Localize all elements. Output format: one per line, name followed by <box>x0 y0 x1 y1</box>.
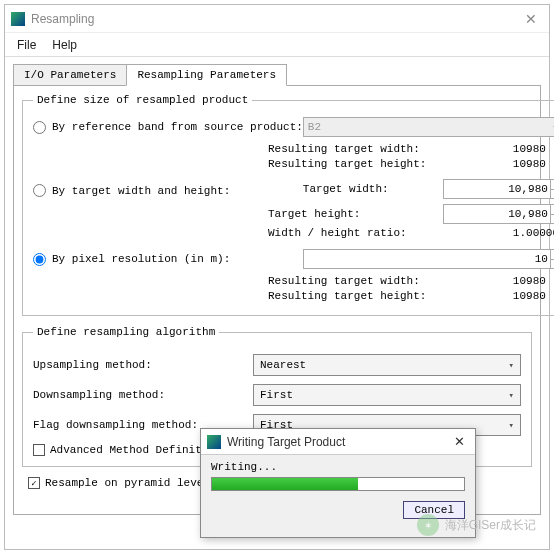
by-reference-label: By reference band from source product: <box>52 121 303 133</box>
target-height-field[interactable]: 10,980 ▲▼ <box>443 204 554 224</box>
app-icon <box>11 12 25 26</box>
titlebar[interactable]: Resampling ✕ <box>5 5 549 33</box>
advanced-checkbox[interactable] <box>33 444 45 456</box>
wechat-icon: ✶ <box>417 514 439 536</box>
close-icon[interactable]: ✕ <box>519 11 543 27</box>
watermark: ✶ 海洋GISer成长记 <box>417 514 536 536</box>
res-width-value: 10980 <box>513 143 554 155</box>
menu-file[interactable]: File <box>9 35 44 55</box>
dialog-message: Writing... <box>211 461 465 473</box>
target-height-value: 10,980 <box>508 208 548 220</box>
spinner-icon[interactable]: ▲▼ <box>550 180 554 198</box>
by-pixel-label: By pixel resolution (in m): <box>52 253 230 265</box>
upsampling-value: Nearest <box>260 359 306 371</box>
res2-height-value: 10980 <box>513 290 554 302</box>
menu-help[interactable]: Help <box>44 35 85 55</box>
target-width-field[interactable]: 10,980 ▲▼ <box>443 179 554 199</box>
reference-band-value: B2 <box>308 121 321 133</box>
res2-height-label: Resulting target height: <box>268 290 513 302</box>
target-width-value: 10,980 <box>508 183 548 195</box>
chevron-down-icon: ▾ <box>509 420 514 431</box>
res-height-label: Resulting target height: <box>268 158 513 170</box>
progress-bar <box>211 477 465 491</box>
radio-by-pixel[interactable] <box>33 253 46 266</box>
radio-by-wh[interactable] <box>33 184 46 197</box>
spinner-icon[interactable]: ▲▼ <box>550 205 554 223</box>
upsampling-label: Upsampling method: <box>33 359 253 371</box>
spinner-icon[interactable]: ▲▼ <box>550 250 554 268</box>
advanced-label: Advanced Method Definit <box>50 444 202 456</box>
res2-width-label: Resulting target width: <box>268 275 513 287</box>
pixel-resolution-field[interactable]: 10 ▲▼ <box>303 249 554 269</box>
by-wh-label: By target width and height: <box>52 185 230 197</box>
dialog-icon <box>207 435 221 449</box>
dialog-titlebar[interactable]: Writing Target Product ✕ <box>201 429 475 455</box>
target-width-label: Target width: <box>303 183 443 195</box>
chevron-down-icon: ▾ <box>509 390 514 401</box>
ratio-label: Width / height ratio: <box>268 227 513 239</box>
downsampling-label: Downsampling method: <box>33 389 253 401</box>
pyramid-checkbox[interactable]: ✓ <box>28 477 40 489</box>
target-height-label: Target height: <box>268 208 443 220</box>
close-icon[interactable]: ✕ <box>450 434 469 449</box>
tab-strip: I/O Parameters Resampling Parameters <box>13 63 541 85</box>
menubar: File Help <box>5 33 549 57</box>
radio-by-reference[interactable] <box>33 121 46 134</box>
dialog-title: Writing Target Product <box>227 435 450 449</box>
reference-band-combo[interactable]: B2 ▾ <box>303 117 554 137</box>
chevron-down-icon: ▾ <box>509 360 514 371</box>
size-group: Define size of resampled product By refe… <box>22 94 554 316</box>
downsampling-combo[interactable]: First ▾ <box>253 384 521 406</box>
size-legend: Define size of resampled product <box>33 94 252 106</box>
progress-fill <box>212 478 358 490</box>
algo-legend: Define resampling algorithm <box>33 326 219 338</box>
window-title: Resampling <box>31 12 519 26</box>
upsampling-combo[interactable]: Nearest ▾ <box>253 354 521 376</box>
tab-io-parameters[interactable]: I/O Parameters <box>13 64 127 86</box>
downsampling-value: First <box>260 389 293 401</box>
res-height-value: 10980 <box>513 158 554 170</box>
res2-width-value: 10980 <box>513 275 554 287</box>
pixel-resolution-value: 10 <box>535 253 548 265</box>
tab-resampling-parameters[interactable]: Resampling Parameters <box>126 64 287 86</box>
res-width-label: Resulting target width: <box>268 143 513 155</box>
pyramid-label: Resample on pyramid leve <box>45 477 203 489</box>
ratio-value: 1.00000 <box>513 227 554 239</box>
watermark-text: 海洋GISer成长记 <box>445 517 536 534</box>
